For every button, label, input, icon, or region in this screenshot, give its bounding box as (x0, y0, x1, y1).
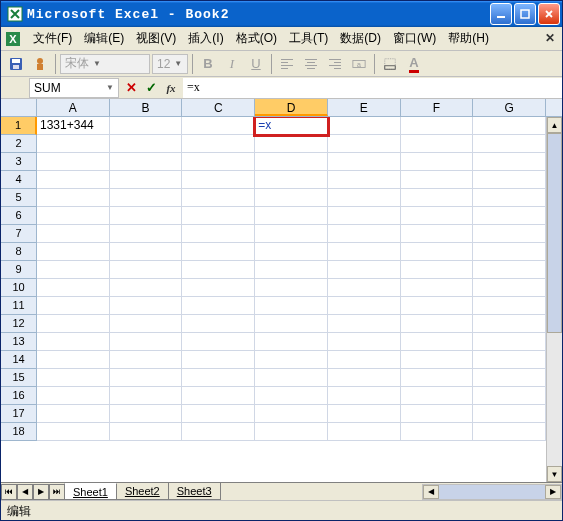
cell-g12[interactable] (473, 315, 546, 333)
row-header-14[interactable]: 14 (1, 351, 37, 369)
cell-d1[interactable]: =x (255, 117, 328, 135)
row-header-10[interactable]: 10 (1, 279, 37, 297)
cell-b9[interactable] (110, 261, 183, 279)
cell-d11[interactable] (255, 297, 328, 315)
select-all-corner[interactable] (1, 99, 37, 116)
cell-e15[interactable] (328, 369, 401, 387)
cell-c6[interactable] (182, 207, 255, 225)
cell-f3[interactable] (401, 153, 474, 171)
save-button[interactable] (5, 53, 27, 75)
cell-b12[interactable] (110, 315, 183, 333)
cell-e11[interactable] (328, 297, 401, 315)
merge-center-button[interactable]: a (348, 53, 370, 75)
cell-f16[interactable] (401, 387, 474, 405)
cell-d6[interactable] (255, 207, 328, 225)
menu-data[interactable]: 数据(D) (334, 28, 387, 49)
accept-formula-button[interactable]: ✓ (143, 80, 159, 96)
cell-c14[interactable] (182, 351, 255, 369)
align-right-button[interactable] (324, 53, 346, 75)
row-header-18[interactable]: 18 (1, 423, 37, 441)
cell-e17[interactable] (328, 405, 401, 423)
row-header-1[interactable]: 1 (1, 117, 37, 135)
cell-a3[interactable] (37, 153, 110, 171)
cell-e3[interactable] (328, 153, 401, 171)
cell-f9[interactable] (401, 261, 474, 279)
cell-b18[interactable] (110, 423, 183, 441)
column-header-c[interactable]: C (182, 99, 255, 116)
scroll-down-button[interactable]: ▼ (547, 466, 562, 482)
cell-a9[interactable] (37, 261, 110, 279)
cell-c3[interactable] (182, 153, 255, 171)
cell-f18[interactable] (401, 423, 474, 441)
row-header-13[interactable]: 13 (1, 333, 37, 351)
cell-g8[interactable] (473, 243, 546, 261)
cell-b16[interactable] (110, 387, 183, 405)
cell-d5[interactable] (255, 189, 328, 207)
cell-d2[interactable] (255, 135, 328, 153)
cell-c8[interactable] (182, 243, 255, 261)
close-document-button[interactable]: ✕ (542, 31, 558, 47)
minimize-button[interactable] (490, 3, 512, 25)
cell-e1[interactable] (328, 117, 401, 135)
close-button[interactable] (538, 3, 560, 25)
cell-b5[interactable] (110, 189, 183, 207)
cell-f6[interactable] (401, 207, 474, 225)
bold-button[interactable]: B (197, 53, 219, 75)
formula-input[interactable] (183, 78, 562, 98)
cell-g2[interactable] (473, 135, 546, 153)
cell-f12[interactable] (401, 315, 474, 333)
cell-g6[interactable] (473, 207, 546, 225)
cell-b3[interactable] (110, 153, 183, 171)
cell-b6[interactable] (110, 207, 183, 225)
borders-button[interactable] (379, 53, 401, 75)
menu-view[interactable]: 视图(V) (130, 28, 182, 49)
cell-g3[interactable] (473, 153, 546, 171)
cell-d7[interactable] (255, 225, 328, 243)
cell-g17[interactable] (473, 405, 546, 423)
cell-g13[interactable] (473, 333, 546, 351)
cell-c11[interactable] (182, 297, 255, 315)
cell-b7[interactable] (110, 225, 183, 243)
cell-f17[interactable] (401, 405, 474, 423)
italic-button[interactable]: I (221, 53, 243, 75)
cell-g16[interactable] (473, 387, 546, 405)
tab-nav-prev[interactable]: ◀ (17, 484, 33, 500)
row-header-16[interactable]: 16 (1, 387, 37, 405)
menu-format[interactable]: 格式(O) (230, 28, 283, 49)
row-header-12[interactable]: 12 (1, 315, 37, 333)
cell-e7[interactable] (328, 225, 401, 243)
cell-a14[interactable] (37, 351, 110, 369)
cell-e5[interactable] (328, 189, 401, 207)
cell-b2[interactable] (110, 135, 183, 153)
column-header-g[interactable]: G (473, 99, 546, 116)
cell-d9[interactable] (255, 261, 328, 279)
cell-f13[interactable] (401, 333, 474, 351)
cell-d14[interactable] (255, 351, 328, 369)
column-header-a[interactable]: A (37, 99, 110, 116)
cell-f5[interactable] (401, 189, 474, 207)
cell-g9[interactable] (473, 261, 546, 279)
tab-nav-next[interactable]: ▶ (33, 484, 49, 500)
menu-file[interactable]: 文件(F) (27, 28, 78, 49)
underline-button[interactable]: U (245, 53, 267, 75)
cell-f1[interactable] (401, 117, 474, 135)
row-header-4[interactable]: 4 (1, 171, 37, 189)
cell-a7[interactable] (37, 225, 110, 243)
cell-f8[interactable] (401, 243, 474, 261)
font-color-button[interactable]: A (403, 53, 425, 75)
cell-b17[interactable] (110, 405, 183, 423)
cell-c9[interactable] (182, 261, 255, 279)
row-header-11[interactable]: 11 (1, 297, 37, 315)
column-header-b[interactable]: B (110, 99, 183, 116)
cell-d18[interactable] (255, 423, 328, 441)
cell-a10[interactable] (37, 279, 110, 297)
menu-insert[interactable]: 插入(I) (182, 28, 229, 49)
cell-e16[interactable] (328, 387, 401, 405)
tab-nav-last[interactable]: ⏭ (49, 484, 65, 500)
cell-c16[interactable] (182, 387, 255, 405)
align-center-button[interactable] (300, 53, 322, 75)
sheet-tab-1[interactable]: Sheet1 (64, 483, 117, 500)
cell-e4[interactable] (328, 171, 401, 189)
cell-c10[interactable] (182, 279, 255, 297)
cell-f10[interactable] (401, 279, 474, 297)
